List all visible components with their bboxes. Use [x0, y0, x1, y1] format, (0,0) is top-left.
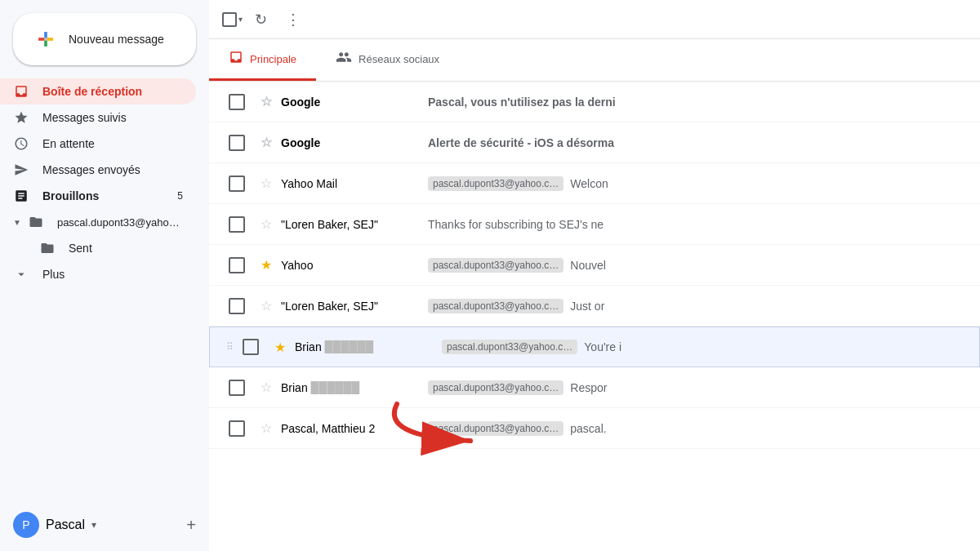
sender-name: Google — [281, 136, 428, 149]
svg-rect-6 — [47, 38, 53, 41]
email-row-brian-1[interactable]: ⠿ ★ Brian ██████ pascal.dupont33@yahoo.c… — [209, 327, 980, 367]
email-snippet: pascal. — [570, 422, 967, 435]
row-checkbox[interactable] — [229, 420, 245, 437]
add-account-button[interactable]: + — [186, 516, 196, 535]
inbox-icon — [13, 83, 29, 100]
email-snippet: Welcon — [570, 177, 967, 190]
email-tag: pascal.dupont33@yahoo.c… — [428, 258, 564, 273]
sender-name: Yahoo — [281, 259, 428, 272]
sidebar-item-more[interactable]: Plus — [0, 261, 196, 287]
sidebar-item-account[interactable]: ▼ pascal.dupont33@yaho… — [0, 209, 196, 235]
row-checkbox[interactable] — [229, 380, 245, 396]
sender-name: Yahoo Mail — [281, 177, 428, 190]
starred-label: Messages suivis — [42, 111, 183, 124]
svg-rect-5 — [44, 41, 47, 47]
email-list: ☆ Google Pascal, vous n'utilisez pas la … — [209, 82, 980, 551]
email-row[interactable]: ☆ "Loren Baker, SEJ" Thanks for subscrib… — [209, 204, 980, 245]
row-checkbox[interactable] — [243, 339, 259, 355]
star-button[interactable]: ☆ — [258, 216, 274, 233]
row-checkbox[interactable] — [229, 94, 245, 110]
select-dropdown-arrow[interactable]: ▾ — [238, 15, 243, 24]
tab-reseaux[interactable]: Réseaux sociaux — [316, 39, 459, 81]
sender-name: "Loren Baker, SEJ" — [281, 218, 428, 231]
star-button[interactable]: ★ — [258, 257, 274, 273]
sender-name: Google — [281, 96, 428, 109]
select-all-checkbox-group[interactable]: ▾ — [222, 12, 243, 27]
star-button[interactable]: ☆ — [258, 176, 274, 192]
tab-reseaux-label: Réseaux sociaux — [359, 53, 439, 65]
sidebar-bottom: P Pascal ▾ + — [0, 505, 209, 544]
folder-icon — [28, 214, 44, 230]
tab-principale-label: Principale — [250, 53, 296, 65]
email-row[interactable]: ☆ Google Alerte de sécurité - iOS a déso… — [209, 122, 980, 163]
email-row[interactable]: ☆ Yahoo Mail pascal.dupont33@yahoo.c… We… — [209, 163, 980, 204]
sender-name: Brian ██████ — [281, 381, 428, 394]
row-checkbox[interactable] — [229, 176, 245, 192]
email-snippet: Just or — [570, 300, 967, 313]
star-button[interactable]: ★ — [272, 339, 288, 355]
email-row[interactable]: ☆ "Loren Baker, SEJ" pascal.dupont33@yah… — [209, 286, 980, 327]
star-button[interactable]: ☆ — [258, 135, 274, 151]
account-label: pascal.dupont33@yaho… — [57, 216, 183, 229]
email-snippet: Respor — [570, 381, 967, 394]
star-button[interactable]: ☆ — [258, 420, 274, 437]
refresh-button[interactable]: ↻ — [246, 5, 275, 34]
row-checkbox[interactable] — [229, 135, 245, 151]
drag-handle: ⠿ — [223, 341, 236, 353]
draft-icon — [13, 188, 29, 204]
email-row-brian-2[interactable]: ☆ Brian ██████ pascal.dupont33@yahoo.c… … — [209, 367, 980, 408]
compose-button[interactable]: Nouveau message — [13, 13, 196, 65]
email-row[interactable]: ☆ Google Pascal, vous n'utilisez pas la … — [209, 82, 980, 122]
row-checkbox[interactable] — [229, 216, 245, 233]
select-all-checkbox[interactable] — [222, 12, 237, 27]
drafts-badge: 5 — [177, 190, 183, 202]
sidebar-item-drafts[interactable]: Brouillons 5 — [0, 183, 196, 209]
sent-label: Messages envoyés — [42, 163, 183, 176]
email-snippet: Alerte de sécurité - iOS a désorma — [428, 136, 967, 149]
email-tag: pascal.dupont33@yahoo.c… — [428, 380, 564, 395]
email-snippet: Nouvel — [570, 259, 967, 272]
email-row[interactable]: ★ Yahoo pascal.dupont33@yahoo.c… Nouvel — [209, 245, 980, 286]
email-snippet: Thanks for subscribing to SEJ's ne — [428, 218, 967, 231]
toolbar: ▾ ↻ ⋮ — [209, 0, 980, 39]
user-dropdown-arrow[interactable]: ▾ — [91, 519, 96, 531]
sidebar-item-sent[interactable]: Messages envoyés — [0, 157, 196, 183]
user-account[interactable]: P Pascal ▾ — [13, 512, 96, 538]
inbox-tab-icon — [229, 50, 243, 68]
tab-principale[interactable]: Principale — [209, 39, 316, 81]
email-tag: pascal.dupont33@yahoo.c… — [442, 340, 577, 354]
avatar: P — [13, 512, 39, 538]
tabs: Principale Réseaux sociaux — [209, 39, 980, 82]
email-snippet: You're i — [584, 340, 966, 353]
sidebar-item-inbox[interactable]: Boîte de réception — [0, 78, 196, 104]
email-tag: pascal.dupont33@yahoo.c… — [428, 299, 564, 313]
sidebar-item-snoozed[interactable]: En attente — [0, 131, 196, 157]
inbox-label: Boîte de réception — [42, 85, 183, 98]
sender-name: Brian ██████ — [295, 340, 442, 353]
email-row[interactable]: ☆ Pascal, Matthieu 2 pascal.dupont33@yah… — [209, 408, 980, 449]
email-tag: pascal.dupont33@yahoo.c… — [428, 421, 564, 436]
star-button[interactable]: ☆ — [258, 298, 274, 314]
main-content: ▾ ↻ ⋮ Principale Réseaux sociaux — [209, 0, 980, 551]
more-label: Plus — [42, 268, 183, 281]
star-button[interactable]: ☆ — [258, 380, 274, 396]
sent-sub-label: Sent — [69, 242, 183, 255]
sender-name: "Loren Baker, SEJ" — [281, 300, 428, 313]
user-name: Pascal — [46, 518, 85, 532]
star-button[interactable]: ☆ — [258, 94, 274, 110]
email-snippet: Pascal, vous n'utilisez pas la derni — [428, 96, 967, 109]
sidebar-item-sent-sub[interactable]: Sent — [0, 235, 196, 261]
snoozed-label: En attente — [42, 137, 183, 150]
compose-plus-icon — [33, 26, 59, 52]
sent-sub-icon — [39, 240, 56, 256]
svg-rect-3 — [44, 32, 47, 38]
row-checkbox[interactable] — [229, 298, 245, 314]
clock-icon — [13, 136, 29, 152]
drafts-label: Brouillons — [42, 189, 164, 202]
people-icon — [336, 49, 352, 69]
more-options-button[interactable]: ⋮ — [278, 5, 308, 34]
row-checkbox[interactable] — [229, 257, 245, 273]
sidebar: Nouveau message Boîte de réception Messa… — [0, 0, 209, 551]
sidebar-item-starred[interactable]: Messages suivis — [0, 104, 196, 131]
compose-label: Nouveau message — [69, 33, 164, 46]
